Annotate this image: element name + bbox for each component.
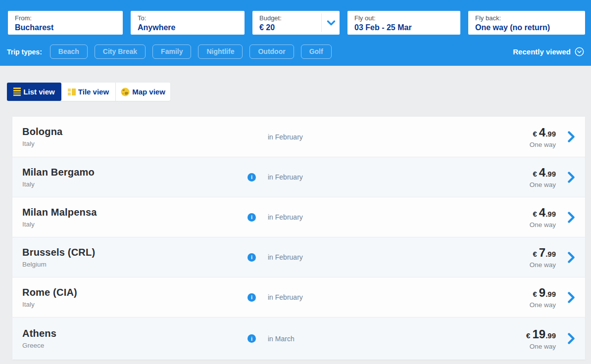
destination: Milan Bergamo Italy [22, 167, 95, 188]
info-icon[interactable]: i [247, 213, 256, 222]
fly-back-value: One way (no return) [475, 23, 579, 32]
destination-city: Milan Malpensa [22, 207, 97, 218]
map-view-icon [121, 88, 130, 96]
price-cents: .99 [545, 290, 556, 298]
view-tabs: List view Tile view Map view [7, 83, 170, 101]
price: €4.99 [530, 166, 556, 180]
currency-symbol: € [533, 290, 537, 298]
trip-type-beach[interactable]: Beach [50, 45, 88, 59]
to-field[interactable]: To: Anywhere [131, 11, 245, 35]
recently-viewed-label: Recently viewed [513, 47, 571, 56]
price: €19.99 [526, 327, 556, 341]
destination-city: Milan Bergamo [22, 167, 95, 178]
price-whole: 9 [539, 286, 545, 299]
price: €7.99 [530, 246, 556, 260]
destination-city: Athens [22, 328, 56, 339]
result-row-athens[interactable]: Athens Greece i in March €19.99 One way [12, 317, 585, 360]
info-icon[interactable]: i [247, 253, 256, 262]
tab-map-view-label: Map view [132, 88, 165, 96]
fly-out-value: 03 Feb - 25 Mar [354, 23, 454, 32]
tab-map-view[interactable]: Map view [116, 83, 170, 101]
trip-type-golf[interactable]: Golf [301, 45, 332, 59]
destination-city: Rome (CIA) [22, 287, 77, 298]
chevron-right-icon [568, 333, 575, 344]
currency-symbol: € [533, 130, 537, 138]
price-cents: .99 [545, 170, 556, 178]
fly-back-label: Fly back: [475, 14, 579, 22]
fare-type: One way [530, 301, 556, 309]
fly-out-field[interactable]: Fly out: 03 Feb - 25 Mar [347, 11, 460, 35]
tab-list-view-label: List view [23, 88, 54, 96]
currency-symbol: € [526, 331, 530, 340]
destination-country: Greece [22, 342, 56, 349]
from-field[interactable]: From: Bucharest [8, 11, 123, 35]
tab-tile-view-label: Tile view [78, 88, 109, 96]
fare-type: One way [530, 261, 556, 269]
destination: Milan Malpensa Italy [22, 207, 97, 228]
destination-country: Italy [22, 301, 77, 308]
destination: Brussels (CRL) Belgium [22, 247, 95, 268]
list-view-icon [13, 88, 21, 95]
result-row-bologna[interactable]: Bologna Italy i in February €4.99 One wa… [12, 117, 585, 157]
info-icon[interactable]: i [247, 293, 256, 302]
fare-type: One way [530, 141, 556, 148]
currency-symbol: € [533, 210, 537, 218]
search-header: From: Bucharest To: Anywhere Budget: € 2… [0, 0, 591, 66]
result-row-milan-bergamo[interactable]: Milan Bergamo Italy i in February €4.99 … [12, 157, 585, 197]
price: €4.99 [530, 126, 556, 139]
currency-symbol: € [533, 250, 537, 258]
result-row-brussels[interactable]: Brussels (CRL) Belgium i in February €7.… [12, 237, 585, 277]
destination: Rome (CIA) Italy [22, 287, 77, 308]
info-icon[interactable]: i [247, 173, 256, 182]
to-label: To: [138, 14, 239, 22]
destination-city: Brussels (CRL) [22, 247, 95, 258]
trip-types-row: Trip types: Beach City Break Family Nigh… [7, 45, 584, 59]
destination: Athens Greece [22, 328, 56, 349]
trip-type-city-break[interactable]: City Break [95, 45, 146, 59]
travel-period: in March [268, 335, 295, 343]
tile-view-icon [68, 89, 76, 95]
fly-out-label: Fly out: [354, 14, 454, 22]
travel-period: in February [268, 253, 303, 261]
budget-label: Budget: [259, 14, 334, 22]
chevron-right-icon [568, 172, 575, 183]
fare-type: One way [526, 343, 556, 350]
fly-back-field[interactable]: Fly back: One way (no return) [468, 11, 585, 35]
budget-field[interactable]: Budget: € 20 [252, 11, 340, 35]
destination-country: Italy [22, 140, 62, 147]
price-cents: .99 [545, 130, 556, 138]
travel-period: in February [268, 133, 303, 141]
fare-type: One way [530, 181, 556, 188]
result-row-rome[interactable]: Rome (CIA) Italy i in February €9.99 One… [12, 277, 585, 317]
recently-viewed-toggle[interactable]: Recently viewed [513, 47, 584, 56]
price: €9.99 [530, 286, 556, 300]
destination-country: Italy [22, 221, 97, 228]
chevron-right-icon [568, 212, 575, 223]
trip-type-nightlife[interactable]: Nightlife [198, 45, 243, 59]
price-whole: 4 [539, 126, 545, 139]
search-fields: From: Bucharest To: Anywhere Budget: € 2… [8, 11, 585, 35]
chevron-down-circle-icon [575, 47, 584, 56]
trip-type-outdoor[interactable]: Outdoor [249, 45, 294, 59]
to-value: Anywhere [138, 23, 239, 32]
price-cents: .99 [545, 331, 556, 340]
destination-country: Belgium [22, 261, 95, 268]
from-value: Bucharest [15, 23, 117, 32]
info-icon[interactable]: i [247, 334, 256, 343]
result-row-milan-malpensa[interactable]: Milan Malpensa Italy i in February €4.99… [12, 197, 585, 237]
fare-type: One way [530, 221, 556, 228]
price-whole: 19 [532, 327, 545, 341]
tab-tile-view[interactable]: Tile view [61, 83, 116, 101]
travel-period: in February [268, 173, 303, 181]
trip-type-family[interactable]: Family [152, 45, 191, 59]
price-cents: .99 [545, 210, 556, 218]
destination-country: Italy [22, 181, 95, 188]
divider [321, 13, 322, 32]
budget-value: € 20 [259, 23, 334, 32]
from-label: From: [15, 14, 117, 22]
price-whole: 4 [539, 206, 545, 219]
price-whole: 7 [539, 246, 545, 259]
travel-period: in February [268, 213, 303, 221]
chevron-down-icon[interactable] [327, 20, 336, 26]
tab-list-view[interactable]: List view [7, 83, 61, 101]
